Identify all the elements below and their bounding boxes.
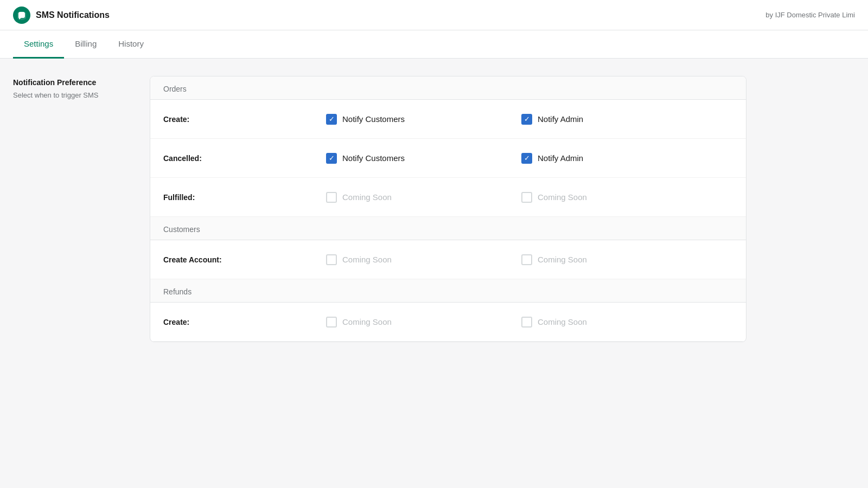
sidebar-section-desc: Select when to trigger SMS bbox=[13, 90, 132, 101]
customers-create-account-notify-customers-group: Coming Soon bbox=[326, 254, 521, 265]
row-refunds-create: Create: Coming Soon Coming Soon bbox=[150, 303, 746, 342]
sidebar: Notification Preference Select when to t… bbox=[13, 76, 132, 342]
app-title-wrap: SMS Notifications bbox=[13, 7, 110, 24]
tab-history[interactable]: History bbox=[107, 30, 155, 59]
customers-create-account-notify-admin-group: Coming Soon bbox=[521, 254, 717, 265]
checkmark-icon: ✓ bbox=[329, 155, 335, 162]
sidebar-section-title: Notification Preference bbox=[13, 78, 132, 87]
customers-create-account-notify-admin-label: Coming Soon bbox=[538, 255, 587, 264]
refunds-create-notify-customers-group: Coming Soon bbox=[326, 317, 521, 328]
category-orders-label: Orders bbox=[163, 85, 187, 93]
orders-cancelled-notify-customers-group: ✓ Notify Customers bbox=[326, 153, 521, 164]
row-orders-create: Create: ✓ Notify Customers ✓ Notify Admi… bbox=[150, 100, 746, 139]
row-refunds-create-label: Create: bbox=[163, 318, 326, 326]
orders-fulfilled-notify-admin-group: Coming Soon bbox=[521, 192, 717, 203]
content-card: Orders Create: ✓ Notify Customers ✓ Noti… bbox=[150, 76, 746, 342]
category-customers: Customers bbox=[150, 217, 746, 240]
checkmark-icon: ✓ bbox=[524, 155, 530, 162]
row-orders-fulfilled: Fulfilled: Coming Soon Coming Soon bbox=[150, 178, 746, 217]
refunds-create-notify-admin-label: Coming Soon bbox=[538, 317, 587, 326]
category-refunds: Refunds bbox=[150, 279, 746, 303]
row-orders-cancelled: Cancelled: ✓ Notify Customers ✓ Notify A… bbox=[150, 139, 746, 178]
app-logo-icon bbox=[13, 7, 30, 24]
row-orders-create-label: Create: bbox=[163, 115, 326, 124]
orders-fulfilled-notify-admin-label: Coming Soon bbox=[538, 192, 587, 202]
row-customers-create-account: Create Account: Coming Soon Coming Soon bbox=[150, 240, 746, 279]
app-header: SMS Notifications by IJF Domestic Privat… bbox=[0, 0, 868, 30]
refunds-create-notify-customers-checkbox bbox=[326, 317, 337, 328]
refunds-create-notify-admin-checkbox bbox=[521, 317, 532, 328]
orders-create-notify-customers-group: ✓ Notify Customers bbox=[326, 114, 521, 125]
orders-fulfilled-notify-customers-label: Coming Soon bbox=[342, 192, 392, 202]
row-orders-cancelled-label: Cancelled: bbox=[163, 154, 326, 163]
orders-create-notify-customers-label: Notify Customers bbox=[342, 114, 405, 124]
orders-cancelled-notify-customers-label: Notify Customers bbox=[342, 153, 405, 163]
refunds-create-notify-customers-label: Coming Soon bbox=[342, 317, 392, 326]
orders-cancelled-notify-admin-label: Notify Admin bbox=[538, 153, 583, 163]
main-layout: Notification Preference Select when to t… bbox=[0, 59, 760, 359]
app-title: SMS Notifications bbox=[36, 10, 110, 20]
row-orders-fulfilled-label: Fulfilled: bbox=[163, 193, 326, 202]
customers-create-account-notify-customers-checkbox bbox=[326, 254, 337, 265]
orders-fulfilled-notify-admin-checkbox bbox=[521, 192, 532, 203]
orders-create-notify-admin-group: ✓ Notify Admin bbox=[521, 114, 717, 125]
customers-create-account-notify-customers-label: Coming Soon bbox=[342, 255, 392, 264]
orders-create-notify-customers-checkbox[interactable]: ✓ bbox=[326, 114, 337, 125]
orders-fulfilled-notify-customers-checkbox bbox=[326, 192, 337, 203]
category-refunds-label: Refunds bbox=[163, 287, 192, 296]
row-customers-create-account-label: Create Account: bbox=[163, 255, 326, 264]
tab-billing[interactable]: Billing bbox=[64, 30, 107, 59]
refunds-create-notify-admin-group: Coming Soon bbox=[521, 317, 717, 328]
tab-settings[interactable]: Settings bbox=[13, 30, 64, 59]
category-orders: Orders bbox=[150, 76, 746, 100]
customers-create-account-notify-admin-checkbox bbox=[521, 254, 532, 265]
orders-create-notify-admin-checkbox[interactable]: ✓ bbox=[521, 114, 532, 125]
orders-create-notify-admin-label: Notify Admin bbox=[538, 114, 583, 124]
checkmark-icon: ✓ bbox=[524, 115, 530, 123]
orders-fulfilled-notify-customers-group: Coming Soon bbox=[326, 192, 521, 203]
app-vendor: by IJF Domestic Private Limi bbox=[765, 11, 855, 19]
checkmark-icon: ✓ bbox=[329, 115, 335, 123]
tabs-bar: Settings Billing History bbox=[0, 30, 868, 59]
category-customers-label: Customers bbox=[163, 225, 200, 234]
orders-cancelled-notify-customers-checkbox[interactable]: ✓ bbox=[326, 153, 337, 164]
orders-cancelled-notify-admin-group: ✓ Notify Admin bbox=[521, 153, 717, 164]
orders-cancelled-notify-admin-checkbox[interactable]: ✓ bbox=[521, 153, 532, 164]
